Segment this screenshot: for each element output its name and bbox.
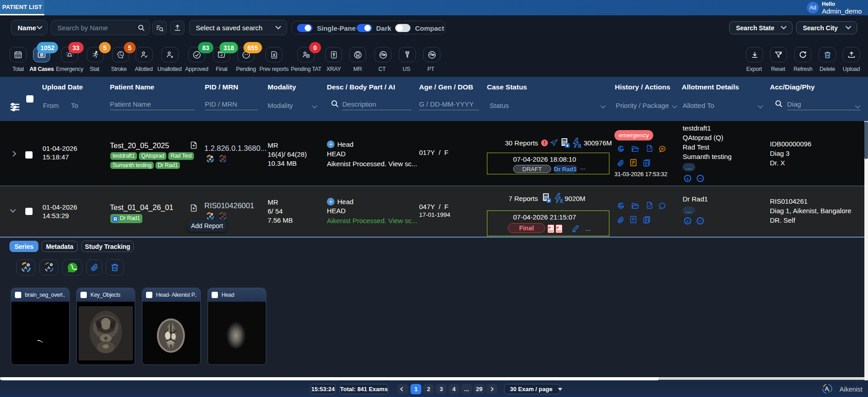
svg-text:A: A [209,215,211,219]
svg-text:A: A [222,158,224,161]
svg-text:A: A [209,158,211,161]
svg-text:PDF: PDF [549,230,553,233]
svg-text:A: A [24,265,27,270]
svg-text:A: A [222,215,224,219]
svg-text:A: A [47,265,50,270]
svg-text:PDF: PDF [557,230,561,233]
svg-text:I: I [828,389,829,393]
